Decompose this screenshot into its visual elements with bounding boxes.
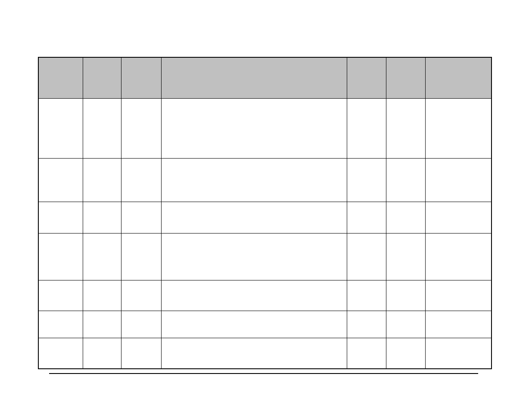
cell bbox=[83, 159, 121, 202]
cell bbox=[347, 99, 386, 159]
col-header-3 bbox=[121, 57, 162, 99]
cell bbox=[426, 280, 492, 311]
cell bbox=[121, 99, 162, 159]
cell bbox=[162, 202, 347, 234]
cell bbox=[83, 338, 121, 369]
table-row bbox=[38, 311, 492, 338]
footer-divider bbox=[49, 373, 478, 374]
col-header-4 bbox=[162, 57, 347, 99]
cell bbox=[83, 202, 121, 234]
cell bbox=[426, 99, 492, 159]
col-header-2 bbox=[83, 57, 121, 99]
cell bbox=[386, 280, 426, 311]
col-header-6 bbox=[386, 57, 426, 99]
col-header-5 bbox=[347, 57, 386, 99]
table-row bbox=[38, 99, 492, 159]
cell bbox=[121, 280, 162, 311]
cell bbox=[426, 202, 492, 234]
col-header-1 bbox=[38, 57, 83, 99]
cell bbox=[162, 99, 347, 159]
cell bbox=[386, 234, 426, 280]
cell bbox=[162, 234, 347, 280]
cell bbox=[162, 311, 347, 338]
cell bbox=[347, 159, 386, 202]
data-table bbox=[38, 57, 492, 369]
page bbox=[0, 0, 532, 411]
table-row bbox=[38, 280, 492, 311]
table-header-row bbox=[38, 57, 492, 99]
cell bbox=[386, 159, 426, 202]
cell bbox=[121, 338, 162, 369]
cell bbox=[121, 234, 162, 280]
cell bbox=[38, 280, 83, 311]
cell bbox=[426, 159, 492, 202]
cell bbox=[426, 338, 492, 369]
col-header-7 bbox=[426, 57, 492, 99]
cell bbox=[83, 234, 121, 280]
cell bbox=[83, 311, 121, 338]
cell bbox=[162, 159, 347, 202]
cell bbox=[386, 99, 426, 159]
cell bbox=[38, 338, 83, 369]
cell bbox=[38, 202, 83, 234]
cell bbox=[38, 234, 83, 280]
cell bbox=[38, 159, 83, 202]
cell bbox=[38, 311, 83, 338]
table-row bbox=[38, 202, 492, 234]
cell bbox=[386, 338, 426, 369]
cell bbox=[426, 234, 492, 280]
cell bbox=[83, 99, 121, 159]
cell bbox=[38, 99, 83, 159]
cell bbox=[162, 338, 347, 369]
cell bbox=[121, 202, 162, 234]
cell bbox=[121, 159, 162, 202]
cell bbox=[347, 338, 386, 369]
table-row bbox=[38, 159, 492, 202]
cell bbox=[426, 311, 492, 338]
cell bbox=[121, 311, 162, 338]
cell bbox=[386, 202, 426, 234]
cell bbox=[347, 280, 386, 311]
cell bbox=[347, 202, 386, 234]
cell bbox=[347, 234, 386, 280]
table-row bbox=[38, 338, 492, 369]
cell bbox=[386, 311, 426, 338]
cell bbox=[83, 280, 121, 311]
cell bbox=[162, 280, 347, 311]
cell bbox=[347, 311, 386, 338]
table-row bbox=[38, 234, 492, 280]
